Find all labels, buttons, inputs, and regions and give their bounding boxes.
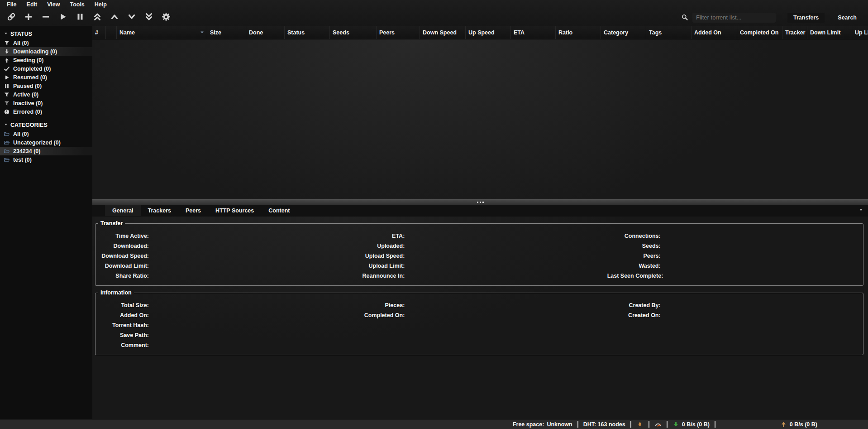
filter-label: All (0) bbox=[13, 131, 29, 137]
delete-torrent-button[interactable] bbox=[39, 11, 52, 24]
detail-tab-trackers[interactable]: Trackers bbox=[141, 205, 178, 216]
detail-tab-peers[interactable]: Peers bbox=[178, 205, 208, 216]
toolbar: TransfersSearch bbox=[0, 9, 868, 26]
detail-field-label: Time Active: bbox=[95, 233, 149, 239]
status-item-resumed[interactable]: Resumed (0) bbox=[0, 73, 92, 82]
detail-field-label: Pieces: bbox=[351, 302, 405, 308]
pause-button[interactable] bbox=[73, 11, 87, 24]
alt-speed-limits-icon[interactable] bbox=[654, 421, 662, 428]
download-speed[interactable]: 0 B/s (0 B) bbox=[672, 421, 710, 428]
detail-field-label: Seeds: bbox=[607, 243, 661, 249]
tab-transfers[interactable]: Transfers bbox=[787, 13, 825, 23]
qbittorrent-webui: FileEditViewToolsHelp TransfersSearch ST… bbox=[0, 0, 868, 429]
filter-label: Paused (0) bbox=[13, 83, 42, 89]
detail-field-label: Last Seen Complete: bbox=[607, 273, 661, 279]
transfer-field-upload-limit: Upload Limit: bbox=[351, 261, 607, 271]
menu-tools[interactable]: Tools bbox=[65, 1, 89, 8]
column-name[interactable]: Name bbox=[117, 26, 207, 39]
down-arrow-solid-icon bbox=[672, 421, 679, 428]
add-torrent-file-button[interactable] bbox=[22, 11, 35, 24]
column-done[interactable]: Done bbox=[246, 26, 285, 39]
category-item-all[interactable]: All (0) bbox=[0, 130, 92, 138]
categories-group: CATEGORIESAll (0)Uncategorized (0)234234… bbox=[0, 121, 92, 164]
minus-icon bbox=[41, 12, 50, 23]
options-button[interactable] bbox=[159, 11, 173, 24]
category-item-234234[interactable]: 234234 (0) bbox=[0, 147, 92, 155]
column-peers[interactable]: Peers bbox=[377, 26, 420, 39]
torrent-list-empty[interactable] bbox=[92, 39, 868, 199]
panel-splitter[interactable] bbox=[92, 199, 868, 205]
filter-label: test (0) bbox=[13, 157, 32, 163]
column-tracker[interactable]: Tracker bbox=[782, 26, 807, 39]
upload-speed[interactable]: 0 B/s (0 B) bbox=[780, 421, 817, 428]
detail-field-label: Downloaded: bbox=[95, 243, 149, 249]
category-header-label: CATEGORIES bbox=[10, 122, 48, 128]
column-down-limit[interactable]: Down Limit bbox=[807, 26, 852, 39]
filter-torrent-input[interactable] bbox=[692, 13, 776, 23]
status-item-seeding[interactable]: Seeding (0) bbox=[0, 56, 92, 64]
status-header-label: STATUS bbox=[10, 31, 32, 37]
detail-field-label: Reannounce In: bbox=[351, 273, 405, 279]
information-legend: Information bbox=[98, 289, 134, 296]
status-item-completed[interactable]: Completed (0) bbox=[0, 64, 92, 73]
detail-field-label: Torrent Hash: bbox=[95, 322, 149, 328]
category-item-test[interactable]: test (0) bbox=[0, 155, 92, 164]
detail-field-label: Comment: bbox=[95, 342, 149, 348]
status-item-downloading[interactable]: Downloading (0) bbox=[0, 47, 92, 56]
column-down-speed[interactable]: Down Speed bbox=[420, 26, 466, 39]
column-category[interactable]: Category bbox=[601, 26, 646, 39]
statusbar-separator bbox=[577, 421, 578, 428]
resume-button[interactable] bbox=[56, 11, 70, 24]
menubar: FileEditViewToolsHelp bbox=[0, 0, 868, 9]
detail-tab-general[interactable]: General bbox=[105, 205, 141, 216]
detail-tab-content[interactable]: Content bbox=[261, 205, 297, 216]
search-icon bbox=[681, 14, 689, 21]
column-added-on[interactable]: Added On bbox=[692, 26, 737, 39]
column-priority[interactable]: # bbox=[92, 26, 106, 39]
column-up-speed[interactable]: Up Speed bbox=[466, 26, 511, 39]
category-header[interactable]: CATEGORIES bbox=[0, 121, 92, 130]
decrease-priority-button[interactable] bbox=[125, 11, 138, 24]
menu-edit[interactable]: Edit bbox=[22, 1, 43, 8]
menu-view[interactable]: View bbox=[42, 1, 65, 8]
menu-file[interactable]: File bbox=[2, 1, 22, 8]
down-arrow-icon bbox=[3, 48, 10, 55]
column-status[interactable]: Status bbox=[285, 26, 330, 39]
column-tags[interactable]: Tags bbox=[646, 26, 692, 39]
transfer-field-reannounce-in: Reannounce In: bbox=[351, 271, 607, 281]
content: STATUSAll (0)Downloading (0)Seeding (0)C… bbox=[0, 26, 868, 419]
category-item-uncategorized[interactable]: Uncategorized (0) bbox=[0, 138, 92, 147]
status-item-inactive[interactable]: Inactive (0) bbox=[0, 99, 92, 107]
play-icon bbox=[3, 74, 10, 81]
statusbar-value: Unknown bbox=[547, 421, 572, 428]
statusbar: Free space:UnknownDHT: 163 nodes0 B/s (0… bbox=[0, 419, 868, 429]
information-field-created-by: Created By: bbox=[607, 300, 863, 310]
menu-help[interactable]: Help bbox=[90, 1, 112, 8]
column-status-icon[interactable] bbox=[106, 26, 117, 39]
tab-search[interactable]: Search bbox=[832, 13, 863, 23]
column-ratio[interactable]: Ratio bbox=[556, 26, 601, 39]
status-item-active[interactable]: Active (0) bbox=[0, 90, 92, 99]
column-label: Ratio bbox=[558, 29, 572, 36]
connection-status-icon[interactable] bbox=[636, 421, 644, 428]
status-item-paused[interactable]: Paused (0) bbox=[0, 82, 92, 90]
folder-icon bbox=[3, 139, 10, 146]
transfer-section: Transfer Time Active:ETA:Connections:Dow… bbox=[95, 220, 863, 286]
status-header[interactable]: STATUS bbox=[0, 29, 92, 39]
top-priority-button[interactable] bbox=[91, 11, 104, 24]
status-item-errored[interactable]: Errored (0) bbox=[0, 107, 92, 116]
column-seeds[interactable]: Seeds bbox=[330, 26, 377, 39]
column-up-limit[interactable]: Up Limit bbox=[852, 26, 868, 39]
detail-field-label: Created By: bbox=[607, 302, 661, 308]
detail-tabs-menu-button[interactable] bbox=[858, 207, 863, 214]
filter-label: Errored (0) bbox=[13, 109, 42, 115]
increase-priority-button[interactable] bbox=[108, 11, 121, 24]
transfer-field-eta: ETA: bbox=[351, 231, 607, 241]
detail-tab-http-sources[interactable]: HTTP Sources bbox=[208, 205, 261, 216]
status-item-all[interactable]: All (0) bbox=[0, 39, 92, 47]
add-torrent-link-button[interactable] bbox=[5, 11, 18, 24]
bottom-priority-button[interactable] bbox=[142, 11, 156, 24]
column-size[interactable]: Size bbox=[207, 26, 246, 39]
column-completed-on[interactable]: Completed On bbox=[737, 26, 782, 39]
column-eta[interactable]: ETA bbox=[511, 26, 556, 39]
